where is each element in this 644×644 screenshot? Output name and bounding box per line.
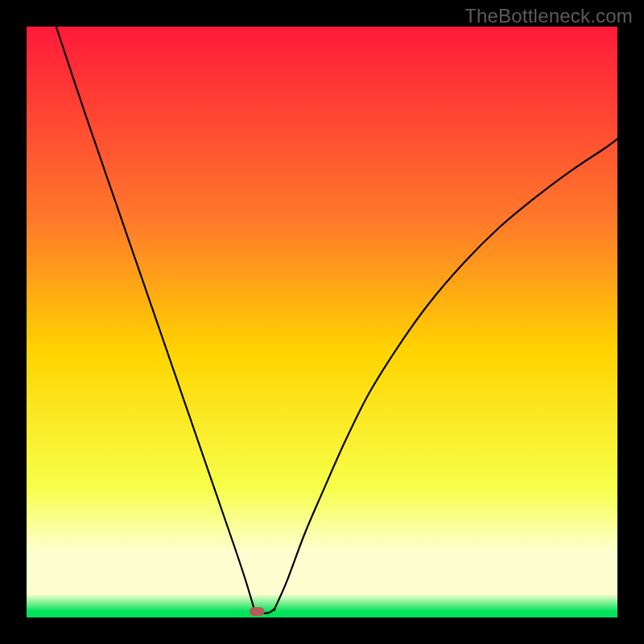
gradient-background (27, 27, 617, 617)
plot-area (27, 27, 617, 617)
optimum-marker (250, 607, 264, 616)
chart-frame: TheBottleneck.com (0, 0, 644, 644)
bottleneck-chart (27, 27, 617, 617)
watermark-text: TheBottleneck.com (464, 5, 633, 27)
